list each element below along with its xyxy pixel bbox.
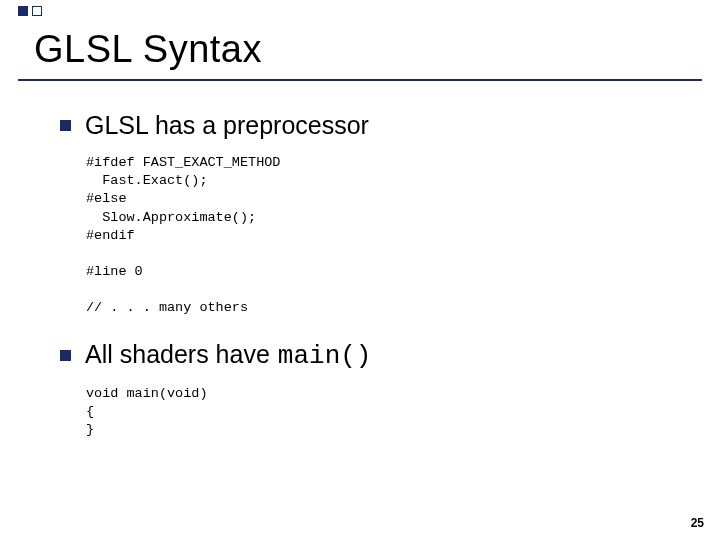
bullet-text-prefix: All shaders have — [85, 340, 270, 369]
bullet-icon — [60, 120, 71, 131]
bullet-item: GLSL has a preprocessor — [60, 111, 680, 140]
square-icon — [32, 6, 42, 16]
code-block-main: void main(void) { } — [86, 385, 680, 440]
code-block-comment: // . . . many others — [86, 299, 680, 317]
code-block-preprocessor: #ifdef FAST_EXACT_METHOD Fast.Exact(); #… — [86, 154, 680, 245]
bullet-item: All shaders have main() — [60, 340, 680, 371]
page-number: 25 — [691, 516, 704, 530]
slide-content: GLSL has a preprocessor #ifdef FAST_EXAC… — [0, 81, 720, 439]
corner-decoration — [18, 6, 42, 16]
square-icon — [18, 6, 28, 16]
slide-title: GLSL Syntax — [0, 0, 720, 79]
bullet-text: GLSL has a preprocessor — [85, 111, 369, 140]
code-block-line: #line 0 — [86, 263, 680, 281]
bullet-text-mono: main() — [278, 341, 372, 371]
bullet-text: All shaders have main() — [85, 340, 371, 371]
bullet-icon — [60, 350, 71, 361]
